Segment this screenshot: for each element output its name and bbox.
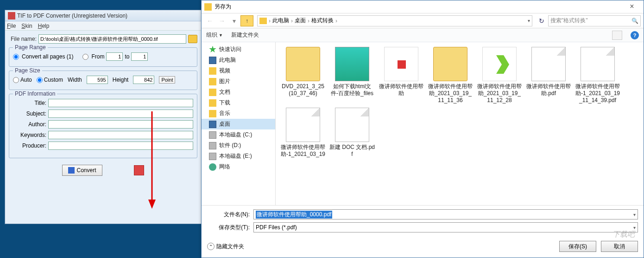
caret-icon: ⌃ [207, 243, 215, 250]
custom-radio-label[interactable]: Custom [37, 77, 63, 83]
sidebar-item-label: 网络 [219, 163, 230, 171]
saveas-titlebar[interactable]: 另存为 × [202, 0, 644, 13]
height-label: Height [113, 77, 129, 83]
from-radio-label[interactable]: From to [82, 52, 148, 61]
pdf-info-legend: PDF Information [13, 90, 57, 97]
saveas-toolbar: 组织 ▼ 新建文件夹 ? [202, 28, 644, 42]
sidebar-item[interactable]: 桌面 [202, 119, 275, 129]
convert-button[interactable]: Convert [62, 165, 102, 176]
custom-radio[interactable] [37, 77, 43, 83]
auto-radio[interactable] [13, 77, 19, 83]
save-button[interactable]: 保存(S) [559, 241, 596, 252]
producer-input[interactable] [48, 142, 193, 150]
converter-titlebar[interactable]: TIF to PDF Converter (Unregistered Versi… [5, 10, 201, 21]
breadcrumb[interactable]: › 此电脑 › 桌面 › 格式转换 › ▾ [257, 15, 532, 26]
sidebar-item-label: 桌面 [219, 120, 230, 128]
sidebar-item-label: 快速访问 [219, 45, 241, 53]
file-thumb-icon [335, 47, 369, 81]
file-item[interactable]: 新建 DOC 文档.pdf [328, 107, 376, 159]
hide-folders-toggle[interactable]: ⌃ 隐藏文件夹 [207, 243, 244, 251]
organize-button[interactable]: 组织 ▼ [206, 31, 223, 39]
breadcrumb-folder[interactable]: 格式转换 [311, 17, 334, 25]
sidebar-item[interactable]: 音乐 [202, 108, 275, 119]
filename-label: 文件名(N): [207, 211, 253, 219]
sidebar-item-label: 视频 [219, 67, 230, 75]
sidebar-item[interactable]: 本地磁盘 (C:) [202, 129, 275, 140]
up-button[interactable]: ↑ [240, 15, 253, 26]
menu-skin[interactable]: Skin [21, 23, 32, 29]
forward-button[interactable]: → [216, 15, 227, 26]
from-input[interactable] [106, 52, 123, 61]
file-name-label: 微讲师软件使用帮助_2021_03_19_11_12_28 [477, 83, 522, 104]
filetype-field[interactable]: PDF Files (*.pdf) ▾ [253, 222, 638, 232]
title-label: Title: [13, 100, 48, 106]
file-item[interactable]: 微讲师软件使用帮助.pdf [525, 46, 572, 105]
file-item[interactable]: 微讲师软件使用帮助-1_2021_03_19 [279, 107, 327, 159]
file-item[interactable]: 微讲师软件使用帮助-1_2021_03_19_11_14_39.pdf [574, 46, 621, 105]
sidebar-item[interactable]: 快速访问 [202, 44, 275, 55]
folder-icon [209, 78, 216, 85]
file-item[interactable]: 微讲师软件使用帮助_2021_03_19_11_12_28 [476, 46, 523, 105]
sidebar-item[interactable]: 本地磁盘 (E:) [202, 151, 275, 161]
history-dropdown[interactable]: ▾ [228, 15, 240, 26]
open-file-icon[interactable] [188, 35, 197, 43]
sidebar-item[interactable]: 视频 [202, 65, 275, 76]
page-range-fieldset: Page Range Convert all pages (1) From to [9, 47, 197, 67]
file-thumb-icon [581, 47, 615, 81]
sidebar-item[interactable]: 此电脑 [202, 55, 275, 65]
sidebar-item[interactable]: 软件 (D:) [202, 140, 275, 151]
convert-all-radio[interactable] [13, 54, 19, 60]
filename-field[interactable]: 微讲师软件使用帮助_0000.pdf ▾ [253, 209, 638, 219]
author-input[interactable] [48, 120, 193, 129]
stop-button[interactable] [134, 165, 144, 175]
sidebar-item-label: 图片 [219, 77, 230, 85]
chevron-down-icon[interactable]: ▾ [633, 225, 636, 230]
drive-icon [209, 153, 216, 160]
file-item[interactable]: DVD_2021_3_25(10_37_46) [279, 46, 327, 105]
breadcrumb-desktop[interactable]: 桌面 [295, 17, 306, 25]
from-radio[interactable] [82, 54, 88, 60]
sidebar: 快速访问此电脑视频图片文档下载音乐桌面本地磁盘 (C:)软件 (D:)本地磁盘 … [202, 42, 276, 205]
drive-icon [209, 142, 216, 149]
height-input[interactable] [133, 76, 154, 84]
file-item[interactable]: 微讲师软件使用帮助 [378, 46, 425, 105]
menu-file[interactable]: File [7, 23, 16, 29]
menu-help[interactable]: Help [38, 23, 50, 29]
sidebar-item[interactable]: 下载 [202, 97, 275, 108]
unit-select[interactable]: Point [159, 76, 175, 84]
file-item[interactable]: 如何下载html文件-百度经验_files [328, 46, 376, 105]
file-area[interactable]: DVD_2021_3_25(10_37_46)如何下载html文件-百度经验_f… [276, 42, 644, 205]
subject-input[interactable] [48, 110, 193, 118]
convert-all-radio-label[interactable]: Convert all pages (1) [13, 53, 73, 60]
file-name-input[interactable] [38, 34, 186, 44]
breadcrumb-dropdown-icon[interactable]: ▾ [528, 18, 530, 23]
converter-window: TIF to PDF Converter (Unregistered Versi… [5, 10, 202, 224]
keywords-input[interactable] [48, 131, 193, 139]
cancel-button[interactable]: 取消 [601, 241, 638, 252]
view-options-icon[interactable] [612, 31, 622, 40]
chevron-down-icon[interactable]: ▾ [633, 212, 636, 217]
new-folder-button[interactable]: 新建文件夹 [231, 31, 259, 39]
help-icon[interactable]: ? [631, 31, 639, 39]
file-thumb-icon [335, 108, 369, 142]
sidebar-item-label: 本地磁盘 (C:) [219, 131, 252, 139]
refresh-icon[interactable]: ↻ [536, 15, 547, 26]
back-button[interactable]: ← [204, 15, 215, 26]
width-input[interactable] [87, 76, 108, 84]
page-range-legend: Page Range [13, 44, 48, 51]
to-input[interactable] [131, 52, 148, 61]
file-item[interactable]: 微讲师软件使用帮助_2021_03_19_11_11_36 [427, 46, 474, 105]
sidebar-item[interactable]: 图片 [202, 76, 275, 87]
sidebar-item[interactable]: 网络 [202, 161, 275, 172]
title-input[interactable] [48, 99, 193, 107]
width-label: Width [68, 77, 82, 83]
author-label: Author: [13, 121, 48, 128]
close-icon[interactable]: × [623, 2, 641, 12]
folder-icon [209, 99, 216, 107]
search-input[interactable]: 搜索"格式转换" 🔍 [548, 15, 641, 26]
folder-icon [209, 67, 216, 75]
auto-radio-label[interactable]: Auto [13, 77, 32, 83]
breadcrumb-pc[interactable]: 此电脑 [272, 17, 289, 25]
sidebar-item[interactable]: 文档 [202, 87, 275, 97]
sidebar-item-label: 文档 [219, 88, 230, 96]
